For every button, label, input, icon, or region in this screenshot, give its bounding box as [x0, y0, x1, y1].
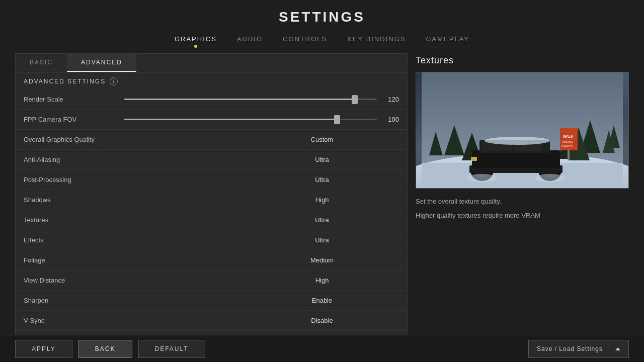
- setting-row-vsync: V-Sync Disable: [16, 311, 407, 331]
- setting-name: Overall Graphics Quality: [24, 136, 245, 143]
- subtab-advanced[interactable]: ADVANCED: [67, 54, 136, 72]
- svg-rect-23: [472, 150, 560, 168]
- setting-name: Shadows: [24, 196, 245, 204]
- setting-value[interactable]: Ultra: [245, 156, 399, 163]
- setting-value[interactable]: Ultra: [245, 216, 399, 224]
- setting-row-effects: Effects Ultra: [16, 230, 407, 250]
- setting-name: V-Sync: [24, 317, 245, 324]
- setting-value[interactable]: Disable: [245, 317, 399, 324]
- svg-point-29: [467, 174, 497, 182]
- setting-name: Textures: [24, 216, 245, 224]
- left-panel: BASIC ADVANCED ADVANCED SETTINGS ℹ Rende…: [15, 53, 408, 351]
- svg-text:GIANTS: GIANTS: [561, 145, 573, 148]
- setting-name: Foliage: [24, 256, 245, 264]
- setting-row-foliage: Foliage Medium: [16, 250, 407, 270]
- apply-button[interactable]: APPLY: [15, 340, 72, 358]
- render-scale-label: Render Scale: [24, 96, 124, 103]
- svg-text:WALK: WALK: [563, 135, 574, 138]
- settings-sliders: Render Scale 120 FPP Camera FOV: [16, 89, 407, 351]
- setting-value[interactable]: High: [245, 196, 399, 204]
- slider-thumb[interactable]: [352, 95, 358, 104]
- right-panel: Textures: [416, 53, 629, 351]
- slider-fill: [124, 99, 357, 100]
- advanced-settings-header: ADVANCED SETTINGS ℹ: [16, 72, 407, 89]
- subtab-basic[interactable]: BASIC: [16, 54, 67, 72]
- svg-point-27: [485, 137, 550, 145]
- fpp-camera-fov-label: FPP Camera FOV: [24, 116, 124, 123]
- back-button[interactable]: BACK: [78, 340, 132, 358]
- svg-text:AMONG: AMONG: [562, 140, 574, 143]
- slider-track: [124, 99, 377, 100]
- page-title: SETTINGS: [0, 9, 644, 25]
- setting-value[interactable]: Ultra: [245, 236, 399, 244]
- texture-note: Higher quality textures require more VRA…: [416, 211, 629, 221]
- setting-value[interactable]: Medium: [245, 256, 399, 264]
- setting-name: Anti-Aliasing: [24, 156, 245, 163]
- tab-controls[interactable]: CONTROLS: [283, 33, 327, 45]
- tab-audio[interactable]: AUDIO: [237, 33, 263, 45]
- header: SETTINGS: [0, 0, 644, 28]
- tab-key-bindings[interactable]: KEY BINDINGS: [347, 33, 406, 45]
- bottom-bar: APPLY BACK DEFAULT Save / Load Settings: [0, 335, 644, 362]
- main-content: BASIC ADVANCED ADVANCED SETTINGS ℹ Rende…: [15, 53, 629, 351]
- setting-row-overall-graphics: Overall Graphics Quality Custom: [16, 130, 407, 150]
- render-scale-value: 120: [381, 96, 399, 103]
- texture-preview-image: WALK AMONG GIANTS: [416, 72, 629, 189]
- texture-description: Set the overall texture quality.: [416, 197, 629, 207]
- tab-gameplay[interactable]: GAMEPLAY: [426, 33, 469, 45]
- advanced-settings-label: ADVANCED SETTINGS: [24, 78, 106, 85]
- save-load-button[interactable]: Save / Load Settings: [528, 340, 629, 358]
- setting-name: View Distance: [24, 277, 245, 284]
- slider-thumb[interactable]: [334, 115, 340, 124]
- fpp-camera-fov-value: 100: [381, 116, 399, 123]
- setting-row-post-processing: Post-Processing Ultra: [16, 170, 407, 190]
- svg-point-30: [535, 174, 565, 182]
- slider-track: [124, 119, 377, 120]
- setting-row-render-scale: Render Scale 120: [16, 89, 407, 110]
- setting-value[interactable]: Enable: [245, 297, 399, 304]
- nav-tabs: GRAPHICS AUDIO CONTROLS KEY BINDINGS GAM…: [0, 28, 644, 48]
- setting-name: Effects: [24, 236, 245, 244]
- setting-row-fpp-camera-fov: FPP Camera FOV 100: [16, 110, 407, 130]
- setting-row-sharpen: Sharpen Enable: [16, 291, 407, 311]
- setting-row-view-distance: View Distance High: [16, 270, 407, 291]
- setting-value[interactable]: High: [245, 277, 399, 284]
- svg-rect-28: [471, 157, 477, 161]
- default-button[interactable]: DEFAULT: [138, 340, 205, 358]
- setting-value[interactable]: Custom: [245, 136, 399, 143]
- sub-tabs: BASIC ADVANCED: [16, 54, 407, 72]
- setting-row-anti-aliasing: Anti-Aliasing Ultra: [16, 150, 407, 170]
- setting-row-shadows: Shadows High: [16, 190, 407, 210]
- setting-row-textures: Textures Ultra: [16, 210, 407, 230]
- tab-graphics[interactable]: GRAPHICS: [175, 33, 217, 45]
- setting-value[interactable]: Ultra: [245, 176, 399, 184]
- texture-panel-title: Textures: [416, 53, 629, 66]
- setting-name: Post-Processing: [24, 176, 245, 184]
- render-scale-slider[interactable]: 120: [124, 96, 399, 103]
- setting-name: Sharpen: [24, 297, 245, 304]
- info-icon[interactable]: ℹ: [110, 77, 118, 85]
- fpp-camera-fov-slider[interactable]: 100: [124, 116, 399, 123]
- chevron-up-icon: [615, 347, 620, 350]
- slider-fill: [124, 119, 339, 120]
